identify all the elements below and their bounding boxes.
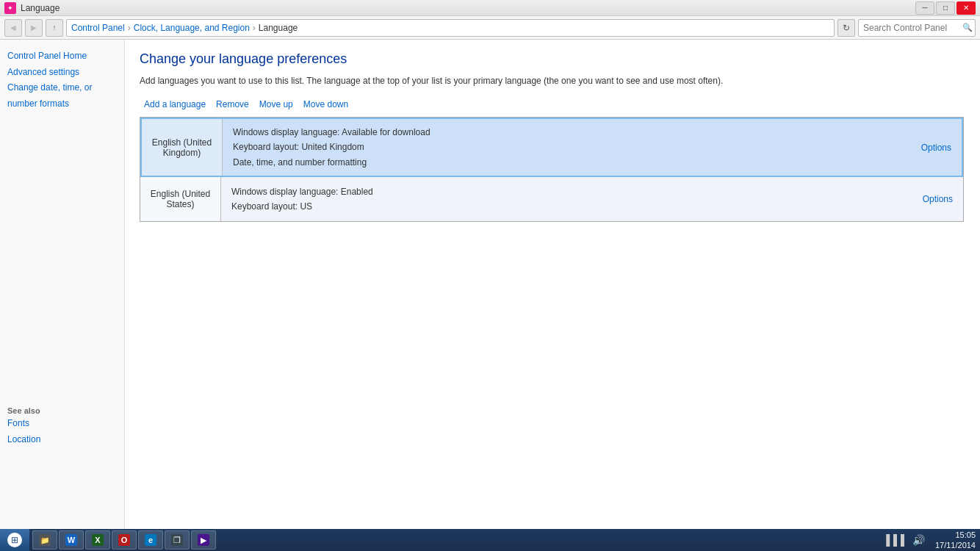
taskbar-item-4[interactable]: e xyxy=(138,530,163,550)
breadcrumb-control-panel[interactable]: Control Panel xyxy=(71,23,125,33)
language-details-uk: Windows display language: Available for … xyxy=(223,119,911,176)
language-item-us[interactable]: English (United States) Windows display … xyxy=(140,177,963,221)
move-down-button[interactable]: Move down xyxy=(299,98,353,111)
clock-time: 15:05 xyxy=(935,530,976,540)
taskbar-icon-ie: e xyxy=(145,534,156,546)
taskbar-item-1[interactable]: W xyxy=(59,530,84,550)
taskbar-item-2[interactable]: X xyxy=(85,530,110,550)
taskbar-clock[interactable]: 15:05 17/11/2014 xyxy=(931,530,980,551)
add-language-button[interactable]: Add a language xyxy=(140,98,210,111)
language-details-us: Windows display language: Enabled Keyboa… xyxy=(221,177,912,221)
sidebar-item-control-panel-home[interactable]: Control Panel Home xyxy=(7,48,117,65)
title-bar: ✦ Language ─ □ ✕ xyxy=(0,0,980,16)
page-description: Add languages you want to use to this li… xyxy=(140,74,965,87)
detail-keyboard-us: Keyboard layout: US xyxy=(231,199,902,214)
language-name-uk: English (United Kingdom) xyxy=(142,119,223,176)
tray-signal-icon: ▌▌▌ xyxy=(886,534,908,546)
tray-volume-icon: 🔊 xyxy=(912,534,925,546)
start-icon: ⊞ xyxy=(7,533,22,547)
taskbar-item-5[interactable]: ❐ xyxy=(165,530,190,550)
minimize-button[interactable]: ─ xyxy=(915,1,934,15)
content-area: Change your language preferences Add lan… xyxy=(125,40,980,529)
breadcrumb: Control Panel › Clock, Language, and Reg… xyxy=(66,19,835,37)
detail-display-lang-uk: Windows display language: Available for … xyxy=(233,125,901,140)
breadcrumb-language: Language xyxy=(259,23,298,33)
language-name-us: English (United States) xyxy=(140,177,221,221)
window-icon: ✦ xyxy=(4,2,16,14)
detail-keyboard-uk: Keyboard layout: United Kingdom xyxy=(233,140,901,154)
start-button[interactable]: ⊞ xyxy=(0,529,29,551)
language-toolbar: Add a language Remove Move up Move down xyxy=(140,98,965,111)
maximize-button[interactable]: □ xyxy=(936,1,955,15)
taskbar-icon-misc: ❐ xyxy=(171,534,183,546)
sidebar: Control Panel Home Advanced settings Cha… xyxy=(0,40,125,529)
options-link-us[interactable]: Options xyxy=(923,194,953,204)
language-options-uk: Options xyxy=(911,119,962,176)
sidebar-item-location[interactable]: Location xyxy=(7,432,117,448)
taskbar-item-6[interactable]: ▶ xyxy=(191,530,216,550)
see-also-label: See also xyxy=(7,406,40,415)
search-input[interactable] xyxy=(858,19,976,37)
detail-display-lang-us: Windows display language: Enabled xyxy=(231,184,902,199)
search-icon[interactable]: 🔍 xyxy=(962,23,973,32)
taskbar-icon-word: W xyxy=(65,534,77,546)
breadcrumb-clock-language[interactable]: Clock, Language, and Region xyxy=(134,23,250,33)
taskbar-icon-excel: X xyxy=(92,534,104,546)
detail-datetime-uk: Date, time, and number formatting xyxy=(233,155,901,170)
taskbar-item-3[interactable]: O xyxy=(112,530,137,550)
main-panel: Control Panel Home Advanced settings Cha… xyxy=(0,40,980,529)
page-heading: Change your language preferences xyxy=(140,51,965,67)
window-controls: ─ □ ✕ xyxy=(915,1,976,15)
taskbar-icon-0: 📁 xyxy=(39,534,51,546)
system-tray: ▌▌▌ 🔊 xyxy=(880,534,931,546)
taskbar: ⊞ 📁 W X O e ❐ ▶ ▌▌▌ xyxy=(0,529,980,551)
taskbar-items: 📁 W X O e ❐ ▶ xyxy=(29,530,880,550)
sidebar-item-change-date-time[interactable]: Change date, time, or number formats xyxy=(7,80,117,112)
taskbar-icon-media: ▶ xyxy=(198,534,209,546)
language-item-uk[interactable]: English (United Kingdom) Windows display… xyxy=(140,118,963,177)
taskbar-icon-outlook: O xyxy=(118,534,130,546)
forward-button[interactable]: ▶ xyxy=(25,19,43,37)
sidebar-item-advanced-settings[interactable]: Advanced settings xyxy=(7,65,117,81)
language-options-us: Options xyxy=(912,177,963,221)
sidebar-item-fonts[interactable]: Fonts xyxy=(7,416,117,432)
address-bar: ◀ ▶ ↑ Control Panel › Clock, Language, a… xyxy=(0,16,980,40)
close-button[interactable]: ✕ xyxy=(956,1,976,15)
remove-button[interactable]: Remove xyxy=(212,98,253,111)
clock-date: 17/11/2014 xyxy=(935,540,976,550)
window-title: Language xyxy=(21,3,60,13)
language-list: English (United Kingdom) Windows display… xyxy=(140,117,964,222)
back-button[interactable]: ◀ xyxy=(4,19,22,37)
taskbar-item-0[interactable]: 📁 xyxy=(32,530,57,550)
options-link-uk[interactable]: Options xyxy=(921,143,951,153)
search-wrapper: 🔍 xyxy=(858,19,976,37)
up-button[interactable]: ↑ xyxy=(46,19,63,37)
refresh-button[interactable]: ↻ xyxy=(837,19,855,37)
move-up-button[interactable]: Move up xyxy=(255,98,298,111)
